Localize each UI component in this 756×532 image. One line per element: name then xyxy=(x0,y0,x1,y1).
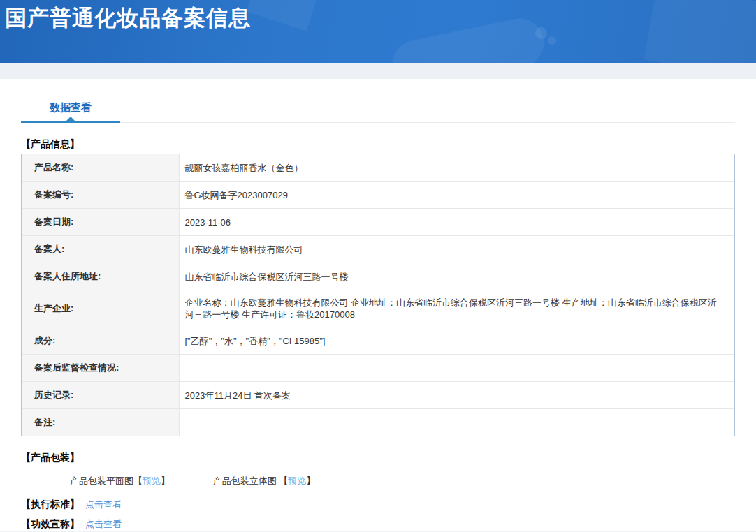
header-subband xyxy=(0,63,756,79)
row-label: 备注: xyxy=(22,409,179,436)
row-value xyxy=(179,355,734,382)
table-row: 产品名称: 靓丽女孩嘉柏丽香水（金色） xyxy=(22,154,734,182)
packaging-stereo-label: 产品包装立体图 xyxy=(213,475,279,486)
row-value: 山东欧蔓雅生物科技有限公司 xyxy=(179,236,734,263)
table-row: 备案日期: 2023-11-06 xyxy=(22,209,734,236)
claims-line: 【功效宣称】点击查看 xyxy=(21,518,735,531)
row-value: 山东省临沂市综合保税区沂河三路一号楼 xyxy=(179,263,734,290)
row-value: 靓丽女孩嘉柏丽香水（金色） xyxy=(179,154,734,182)
table-row: 备注: xyxy=(22,409,734,436)
bracket-open: 【 xyxy=(279,475,288,486)
table-row: 生产企业: 企业名称：山东欧蔓雅生物科技有限公司 企业地址：山东省临沂市综合保税… xyxy=(22,290,734,327)
table-row: 备案人住所地址: 山东省临沂市综合保税区沂河三路一号楼 xyxy=(22,263,734,290)
row-value xyxy=(179,409,734,436)
bracket-close: 】 xyxy=(161,475,170,486)
packaging-stereo-preview-link[interactable]: 预览 xyxy=(288,475,306,486)
standards-view-link[interactable]: 点击查看 xyxy=(85,499,122,510)
bracket-close: 】 xyxy=(306,475,315,486)
row-label: 成分: xyxy=(22,327,179,355)
claims-section-label: 【功效宣称】 xyxy=(21,518,80,529)
row-value: ["乙醇"，"水"，"香精"，"CI 15985"] xyxy=(179,327,734,355)
packaging-flat-label: 产品包装平面图 xyxy=(70,475,133,486)
table-row: 历史记录: 2023年11月24日 首次备案 xyxy=(22,382,734,409)
row-label: 备案后监督检查情况: xyxy=(22,355,179,382)
decoration-shape xyxy=(644,0,756,63)
row-value: 企业名称：山东欧蔓雅生物科技有限公司 企业地址：山东省临沂市综合保税区沂河三路一… xyxy=(179,290,734,327)
product-info-section-label: 【产品信息】 xyxy=(21,138,735,151)
header-banner: 国产普通化妆品备案信息 xyxy=(0,0,756,63)
decoration-circle xyxy=(548,36,556,45)
packaging-preview-line: 产品包装平面图【预览】 产品包装立体图 【预览】 xyxy=(70,475,735,487)
standards-line: 【执行标准】点击查看 xyxy=(21,498,735,511)
tab-data-view[interactable]: 数据查看 xyxy=(21,100,120,123)
product-info-table: 产品名称: 靓丽女孩嘉柏丽香水（金色） 备案编号: 鲁G妆网备字20230070… xyxy=(21,154,735,436)
decoration-shape xyxy=(247,0,319,31)
row-label: 生产企业: xyxy=(22,290,179,327)
row-label: 备案日期: xyxy=(22,209,179,236)
packaging-flat-preview-link[interactable]: 预览 xyxy=(143,475,161,486)
row-label: 备案人: xyxy=(22,236,179,263)
tab-bar: 数据查看 xyxy=(21,100,735,123)
table-row: 成分: ["乙醇"，"水"，"香精"，"CI 15985"] xyxy=(22,327,734,355)
row-value: 2023年11月24日 首次备案 xyxy=(179,382,734,409)
page-title: 国产普通化妆品备案信息 xyxy=(5,3,251,33)
table-row: 备案后监督检查情况: xyxy=(22,355,734,382)
row-label: 产品名称: xyxy=(22,154,179,182)
decoration-circle xyxy=(535,27,547,39)
row-label: 备案编号: xyxy=(22,182,179,209)
table-row: 备案编号: 鲁G妆网备字2023007029 xyxy=(22,182,734,209)
packaging-section-label: 【产品包装】 xyxy=(21,452,735,464)
row-value: 鲁G妆网备字2023007029 xyxy=(179,182,734,209)
packaging-stereo-group: 产品包装立体图 【预览】 xyxy=(213,475,316,486)
page: 国产普通化妆品备案信息 数据查看 【产品信息】 产品名称: 靓丽女孩嘉柏丽香 xyxy=(0,0,756,532)
decoration-shape xyxy=(388,14,548,63)
claims-view-link[interactable]: 点击查看 xyxy=(85,519,122,529)
bracket-open: 【 xyxy=(133,475,143,486)
packaging-flat-group: 产品包装平面图【预览】 xyxy=(70,475,173,486)
standards-section-label: 【执行标准】 xyxy=(21,498,80,510)
main-content: 数据查看 【产品信息】 产品名称: 靓丽女孩嘉柏丽香水（金色） 备案编号: 鲁G… xyxy=(0,79,756,531)
row-value: 2023-11-06 xyxy=(179,209,734,236)
tab-data-view-label: 数据查看 xyxy=(50,101,92,113)
row-label: 历史记录: xyxy=(22,382,179,409)
row-label: 备案人住所地址: xyxy=(22,263,179,290)
table-row: 备案人: 山东欧蔓雅生物科技有限公司 xyxy=(22,236,734,263)
tab-active-caret-icon xyxy=(66,117,75,121)
